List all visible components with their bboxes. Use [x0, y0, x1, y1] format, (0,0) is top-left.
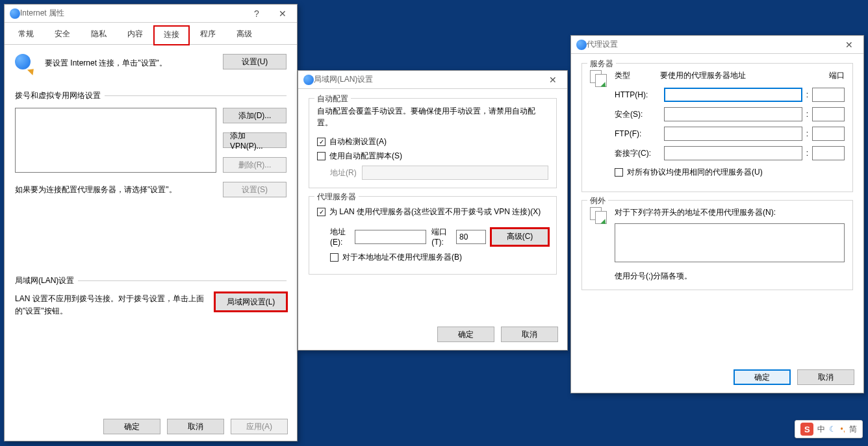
ok-button[interactable]: 确定 [734, 369, 791, 385]
moon-icon: ☾ [829, 425, 836, 434]
port-header: 端口 [812, 70, 845, 81]
ok-button[interactable]: 确定 [103, 419, 160, 434]
secure-port-input[interactable] [812, 107, 845, 121]
close-button[interactable]: ✕ [540, 71, 566, 88]
socks-label: 套接字(C): [615, 148, 660, 159]
apply-button: 应用(A) [231, 419, 288, 434]
except-hint: 使用分号(;)分隔各项。 [615, 271, 845, 282]
window-title: 局域网(LAN)设置 [314, 74, 540, 85]
http-label: HTTP(H): [615, 90, 660, 99]
dialup-listbox[interactable] [15, 108, 216, 173]
remove-button: 删除(R)... [223, 157, 287, 173]
proxy-server-group: 代理服务器 ✓为 LAN 使用代理服务器(这些设置不用于拨号或 VPN 连接)(… [309, 196, 557, 275]
secure-address-input[interactable] [664, 107, 802, 121]
proxy-settings-window: 代理设置 ✕ 服务器 类型 要使用的代理服务器地址 端口 HTTP(H): : [570, 35, 864, 393]
globe-icon [10, 8, 20, 19]
http-port-input[interactable] [812, 88, 845, 102]
ime-indicator[interactable]: S 中 ☾ •, 简 [795, 420, 863, 438]
ftp-label: FTP(F): [615, 129, 660, 138]
advanced-button[interactable]: 高级(C) [491, 229, 548, 245]
cancel-button[interactable]: 取消 [797, 369, 854, 385]
auto-detect-checkbox[interactable]: ✓自动检测设置(A) [317, 136, 548, 147]
titlebar: Internet 属性 ? ✕ [5, 5, 297, 23]
tab-content[interactable]: 内容 [118, 25, 153, 44]
ime-simp: 简 [849, 424, 857, 435]
titlebar: 局域网(LAN)设置 ✕ [298, 71, 567, 89]
tab-strip: 常规 安全 隐私 内容 连接 程序 高级 [5, 23, 297, 45]
type-header: 类型 [615, 70, 660, 81]
tab-privacy[interactable]: 隐私 [81, 25, 116, 44]
window-title: 代理设置 [587, 39, 836, 50]
tab-general[interactable]: 常规 [8, 25, 44, 44]
proxy-port-label: 端口(T): [431, 227, 451, 247]
script-address-input [362, 166, 548, 180]
server-legend: 服务器 [587, 58, 616, 69]
exceptions-group: 例外 对于下列字符开头的地址不使用代理服务器(N): 使用分号(;)分隔各项。 [581, 200, 853, 290]
bypass-local-checkbox[interactable]: 对于本地地址不使用代理服务器(B) [330, 252, 548, 263]
dots-icon: •, [840, 425, 845, 434]
addr-header: 要使用的代理服务器地址 [660, 70, 812, 81]
help-button[interactable]: ? [244, 5, 270, 22]
same-proxy-checkbox[interactable]: 对所有协议均使用相同的代理服务器(U) [615, 167, 845, 178]
auto-note: 自动配置会覆盖手动设置。要确保使用手动设置，请禁用自动配置。 [317, 105, 548, 129]
ftp-address-input[interactable] [664, 127, 802, 141]
server-icon [590, 207, 608, 225]
cancel-button[interactable]: 取消 [167, 419, 224, 434]
except-legend: 例外 [587, 195, 608, 206]
tab-connections[interactable]: 连接 [154, 26, 189, 45]
connection-icon [15, 54, 36, 75]
dialup-section-label: 拨号和虚拟专用网络设置 [15, 90, 101, 101]
close-button[interactable]: ✕ [836, 36, 862, 53]
proxy-address-input[interactable] [355, 230, 426, 244]
globe-icon [303, 75, 314, 85]
setup-button[interactable]: 设置(U) [223, 54, 287, 69]
proxy-legend: 代理服务器 [314, 192, 359, 203]
secure-label: 安全(S): [615, 109, 660, 120]
tab-advanced[interactable]: 高级 [227, 25, 262, 44]
proxy-note: 如果要为连接配置代理服务器，请选择"设置"。 [15, 184, 216, 195]
lan-note: LAN 设置不应用到拨号连接。对于拨号设置，单击上面的"设置"按钮。 [15, 293, 209, 317]
script-address-label: 地址(R) [330, 167, 357, 179]
close-button[interactable]: ✕ [270, 5, 296, 22]
titlebar: 代理设置 ✕ [571, 36, 863, 54]
auto-config-group: 自动配置 自动配置会覆盖手动设置。要确保使用手动设置，请禁用自动配置。 ✓自动检… [309, 98, 557, 188]
proxy-address-label: 地址(E): [330, 227, 350, 247]
lan-section-label: 局域网(LAN)设置 [15, 275, 74, 286]
add-button[interactable]: 添加(D)... [223, 108, 287, 123]
socks-address-input[interactable] [664, 146, 802, 160]
setup-text: 要设置 Internet 连接，单击"设置"。 [45, 54, 214, 69]
use-proxy-checkbox[interactable]: ✓为 LAN 使用代理服务器(这些设置不用于拨号或 VPN 连接)(X) [317, 206, 548, 217]
settings-button: 设置(S) [223, 182, 287, 197]
internet-properties-window: Internet 属性 ? ✕ 常规 安全 隐私 内容 连接 程序 高级 要设置… [4, 4, 298, 441]
cancel-button[interactable]: 取消 [501, 327, 558, 342]
proxy-port-input[interactable] [456, 230, 486, 244]
ok-button[interactable]: 确定 [437, 327, 494, 342]
tab-security[interactable]: 安全 [45, 25, 80, 44]
tab-programs[interactable]: 程序 [190, 25, 225, 44]
socks-port-input[interactable] [812, 146, 845, 160]
globe-icon [576, 40, 587, 50]
add-vpn-button[interactable]: 添加 VPN(P)... [223, 132, 287, 148]
ftp-port-input[interactable] [812, 127, 845, 141]
window-title: Internet 属性 [20, 8, 244, 19]
exceptions-textarea[interactable] [615, 223, 845, 262]
auto-script-checkbox[interactable]: 使用自动配置脚本(S) [317, 151, 548, 162]
http-address-input[interactable] [664, 88, 802, 102]
lan-settings-window: 局域网(LAN)设置 ✕ 自动配置 自动配置会覆盖手动设置。要确保使用手动设置，… [298, 70, 568, 351]
ime-logo-icon: S [800, 423, 813, 436]
ime-lang: 中 [817, 424, 825, 435]
auto-legend: 自动配置 [314, 93, 351, 105]
server-icon [590, 70, 608, 88]
except-note: 对于下列字符开头的地址不使用代理服务器(N): [615, 207, 845, 218]
lan-settings-button[interactable]: 局域网设置(L) [215, 293, 287, 311]
server-group: 服务器 类型 要使用的代理服务器地址 端口 HTTP(H): : [581, 63, 853, 192]
